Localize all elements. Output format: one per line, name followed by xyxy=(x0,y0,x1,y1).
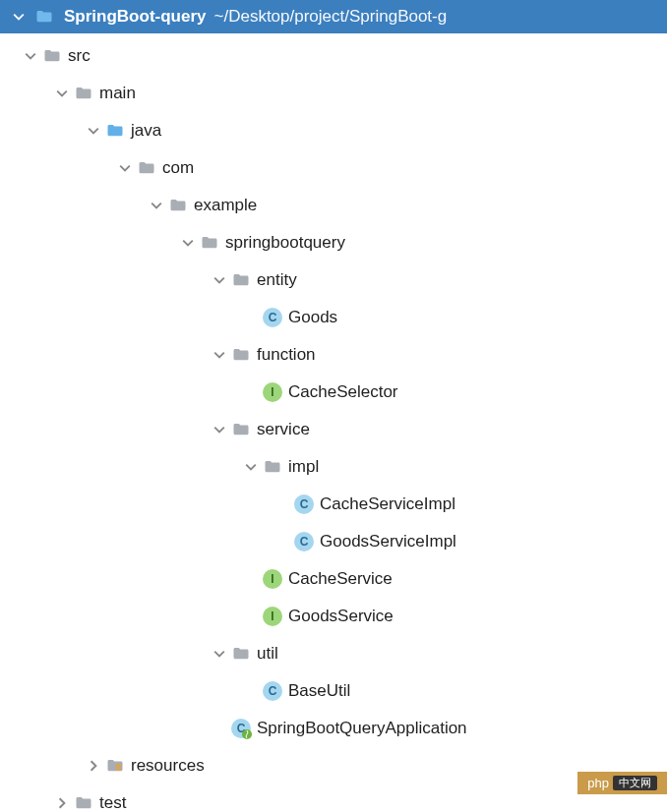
tree-item[interactable]: IGoodsService xyxy=(0,598,667,635)
tree-item-label: util xyxy=(257,644,278,664)
folder-icon xyxy=(230,419,252,440)
project-tree: srcmainjavacomexamplespringbootqueryenti… xyxy=(0,33,667,812)
project-path: ~/Desktop/project/SpringBoot-g xyxy=(214,7,448,27)
chevron-down-icon[interactable] xyxy=(114,157,136,179)
tree-item-label: example xyxy=(194,196,257,215)
tree-item[interactable]: ICacheSelector xyxy=(0,374,667,411)
tree-item[interactable]: springbootquery xyxy=(0,224,667,261)
folder-icon xyxy=(104,120,126,142)
folder-icon xyxy=(230,643,252,665)
tree-item-label: resources xyxy=(131,756,205,776)
folder-icon xyxy=(199,232,220,254)
class-icon: C xyxy=(262,680,283,702)
tree-item-label: springbootquery xyxy=(225,233,345,253)
interface-icon: I xyxy=(262,381,283,403)
folder-icon xyxy=(262,456,283,478)
chevron-down-icon xyxy=(8,6,30,28)
svg-rect-2 xyxy=(116,767,121,769)
interface-icon: I xyxy=(262,568,283,590)
chevron-down-icon[interactable] xyxy=(209,269,230,291)
tree-item-label: CacheServiceImpl xyxy=(320,494,455,514)
folder-icon xyxy=(73,792,94,812)
chevron-down-icon[interactable] xyxy=(209,344,230,366)
project-name: SpringBoot-query xyxy=(64,7,207,27)
class-icon: C xyxy=(293,531,315,552)
tree-item[interactable]: service xyxy=(0,411,667,448)
tree-item[interactable]: CSpringBootQueryApplication xyxy=(0,710,667,747)
tree-item-label: service xyxy=(257,420,310,439)
folder-icon xyxy=(230,344,252,366)
tree-item-label: SpringBootQueryApplication xyxy=(257,719,467,738)
tree-item[interactable]: function xyxy=(0,336,667,374)
chevron-down-icon[interactable] xyxy=(51,83,73,104)
tree-item[interactable]: CCacheServiceImpl xyxy=(0,486,667,523)
chevron-down-icon[interactable] xyxy=(209,419,230,440)
tree-item-label: src xyxy=(68,46,91,66)
folder-icon xyxy=(41,45,63,67)
tree-item[interactable]: impl xyxy=(0,448,667,486)
folder-icon xyxy=(230,269,252,291)
tree-item[interactable]: entity xyxy=(0,261,667,299)
folder-icon xyxy=(167,195,189,216)
project-header[interactable]: SpringBoot-query ~/Desktop/project/Sprin… xyxy=(0,0,667,33)
tree-item[interactable]: src xyxy=(0,37,667,75)
tree-item[interactable]: CGoodsServiceImpl xyxy=(0,523,667,560)
tree-item-label: CacheService xyxy=(288,569,393,589)
chevron-down-icon[interactable] xyxy=(146,195,167,216)
folder-icon xyxy=(73,83,94,104)
chevron-right-icon[interactable] xyxy=(83,755,104,777)
tree-item-label: GoodsServiceImpl xyxy=(320,532,456,551)
svg-rect-3 xyxy=(116,769,121,771)
tree-item-label: main xyxy=(99,84,136,103)
tree-item-label: impl xyxy=(288,457,319,477)
chevron-down-icon[interactable] xyxy=(177,232,199,254)
class-icon: C xyxy=(262,307,283,328)
tree-item[interactable]: main xyxy=(0,75,667,112)
tree-item-label: test xyxy=(99,793,126,812)
tree-item[interactable]: CGoods xyxy=(0,299,667,336)
folder-icon xyxy=(136,157,157,179)
svg-rect-1 xyxy=(116,765,121,767)
chevron-down-icon[interactable] xyxy=(240,456,262,478)
chevron-down-icon[interactable] xyxy=(83,120,104,142)
tree-item[interactable]: java xyxy=(0,112,667,149)
tree-item-label: GoodsService xyxy=(288,607,394,626)
tree-item[interactable]: ICacheService xyxy=(0,560,667,598)
tree-item[interactable]: util xyxy=(0,635,667,672)
tree-item-label: CacheSelector xyxy=(288,382,398,402)
tree-item-label: function xyxy=(257,345,316,365)
watermark: php 中文网 xyxy=(577,772,667,794)
chevron-right-icon[interactable] xyxy=(51,792,73,812)
tree-item-label: Goods xyxy=(288,308,337,327)
tree-item[interactable]: test xyxy=(0,784,667,812)
spring-boot-icon: C xyxy=(230,718,252,739)
tree-item-label: entity xyxy=(257,270,297,290)
class-icon: C xyxy=(293,493,315,515)
tree-item[interactable]: com xyxy=(0,149,667,187)
resources-folder-icon xyxy=(104,755,126,777)
chevron-down-icon[interactable] xyxy=(209,643,230,665)
tree-item-label: BaseUtil xyxy=(288,681,350,701)
interface-icon: I xyxy=(262,606,283,627)
chevron-down-icon[interactable] xyxy=(20,45,41,67)
tree-item[interactable]: CBaseUtil xyxy=(0,672,667,710)
folder-icon xyxy=(33,6,55,28)
tree-item-label: java xyxy=(131,121,161,141)
tree-item[interactable]: example xyxy=(0,187,667,224)
tree-item-label: com xyxy=(162,158,194,178)
tree-item[interactable]: resources xyxy=(0,747,667,784)
